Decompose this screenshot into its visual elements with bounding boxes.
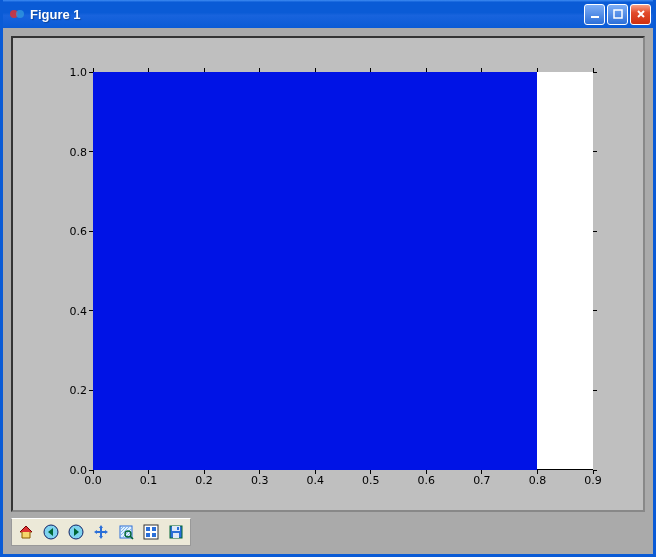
maximize-button[interactable] [607,4,628,25]
ytick-label: 0.6 [70,225,94,238]
xtick-label: 0.8 [529,474,547,487]
back-icon [42,523,60,541]
back-button[interactable] [39,520,63,544]
svg-rect-14 [152,533,156,537]
pan-icon [92,523,110,541]
save-button[interactable] [164,520,188,544]
window-buttons [584,4,651,25]
xtick-mark [259,68,260,72]
zoom-button[interactable] [114,520,138,544]
svg-rect-2 [591,16,599,18]
bar [93,72,537,470]
xtick-mark [148,68,149,72]
canvas-frame: 0.00.10.20.30.40.50.60.70.80.90.00.20.40… [11,36,645,512]
xtick-label: 0.6 [418,474,436,487]
forward-icon [67,523,85,541]
ytick-label: 0.8 [70,145,94,158]
ytick-mark [593,231,597,232]
ytick-label: 1.0 [70,66,94,79]
xtick-label: 0.5 [362,474,380,487]
close-button[interactable] [630,4,651,25]
pan-button[interactable] [89,520,113,544]
xtick-mark [204,68,205,72]
home-button[interactable] [14,520,38,544]
svg-rect-13 [146,533,150,537]
svg-rect-11 [146,527,150,531]
subplots-icon [142,523,160,541]
nav-toolbar [11,518,191,546]
ytick-mark [593,72,597,73]
forward-button[interactable] [64,520,88,544]
titlebar[interactable]: Figure 1 [3,0,653,28]
ytick-label: 0.0 [70,464,94,477]
xtick-label: 0.3 [251,474,269,487]
xtick-label: 0.9 [584,474,602,487]
xtick-label: 0.4 [306,474,324,487]
plot-area: 0.00.10.20.30.40.50.60.70.80.90.00.20.40… [13,38,643,510]
svg-point-1 [16,10,24,18]
figure-canvas[interactable]: 0.00.10.20.30.40.50.60.70.80.90.00.20.40… [13,38,643,510]
xtick-mark [370,68,371,72]
xtick-label: 0.2 [195,474,213,487]
svg-rect-12 [152,527,156,531]
subplots-button[interactable] [139,520,163,544]
xtick-mark [315,68,316,72]
svg-rect-3 [614,10,622,18]
xtick-mark [426,68,427,72]
save-icon [167,523,185,541]
figure-window: Figure 1 0.00.10.20.30.40.50.60.70.80.90… [0,0,656,557]
ytick-mark [593,310,597,311]
xtick-mark [481,68,482,72]
ytick-mark [593,151,597,152]
svg-rect-7 [97,531,105,533]
svg-rect-18 [177,527,179,530]
svg-rect-17 [173,533,179,538]
home-icon [17,523,35,541]
xtick-mark [537,68,538,72]
window-title: Figure 1 [30,7,584,22]
ytick-label: 0.4 [70,304,94,317]
app-icon [9,6,25,22]
xtick-label: 0.1 [140,474,158,487]
xtick-label: 0.7 [473,474,491,487]
ytick-mark [593,390,597,391]
client-area: 0.00.10.20.30.40.50.60.70.80.90.00.20.40… [3,28,653,554]
ytick-mark [593,470,597,471]
zoom-icon [117,523,135,541]
ytick-label: 0.2 [70,384,94,397]
minimize-button[interactable] [584,4,605,25]
